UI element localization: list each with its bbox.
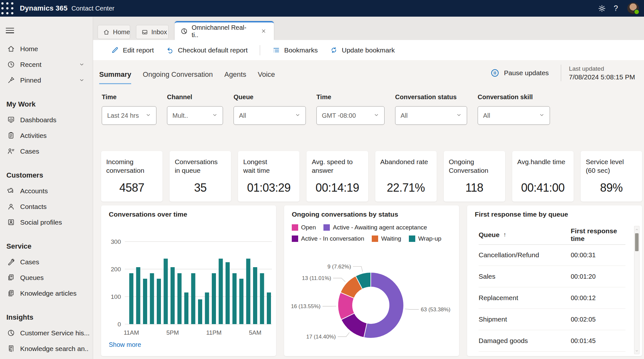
sidebar-item-activities[interactable]: Activities xyxy=(0,128,93,143)
queue-cell: Damaged goods xyxy=(479,337,571,345)
chevron-down-icon xyxy=(456,112,462,119)
bar xyxy=(253,267,257,324)
bar xyxy=(150,273,154,324)
scrollbar-thumb[interactable] xyxy=(635,233,639,251)
sidebar-item-dashboards[interactable]: Dashboards xyxy=(0,112,93,128)
table-scrollbar[interactable] xyxy=(634,226,640,354)
pause-updates-button[interactable]: Pause updates xyxy=(490,68,549,77)
sidebar-item-customer-service-his[interactable]: Customer Service his... xyxy=(0,325,93,341)
user-avatar[interactable] xyxy=(627,3,639,14)
sidebar-item-accounts[interactable]: Accounts xyxy=(0,183,93,199)
column-header-first-response-time[interactable]: First response time xyxy=(571,227,625,243)
update-bookmark-button[interactable]: Update bookmark xyxy=(330,46,395,54)
sidebar-nav: HomeRecentPinnedMy WorkDashboardsActivit… xyxy=(0,41,93,359)
kpi-value: 00:41:00 xyxy=(512,181,574,195)
bar xyxy=(205,292,209,324)
sidebar-item-knowledge-articles[interactable]: Knowledge articles xyxy=(0,285,93,301)
sidebar-item-cases[interactable]: Cases xyxy=(0,254,93,270)
first-response-time-card: First response time by queue Queue ↑ Fir… xyxy=(467,205,642,356)
donut-callout-label: 17 (14.40%) xyxy=(306,334,336,340)
sidebar-item-label: Contacts xyxy=(20,203,84,211)
column-header-queue[interactable]: Queue ↑ xyxy=(479,231,571,239)
sidebar-item-recent[interactable]: Recent xyxy=(0,57,93,72)
chevron-down-icon xyxy=(539,112,545,119)
checkout-default-report-button[interactable]: Checkout default report xyxy=(166,46,248,54)
bar xyxy=(164,259,168,324)
person-badge-icon xyxy=(7,218,15,226)
last-updated-value: 7/08/2024 5:08:15 PM xyxy=(569,73,635,81)
legend-item: Active - Awaiting agent acceptance xyxy=(323,224,427,231)
tab-home[interactable]: Home xyxy=(98,25,130,39)
sidebar-item-label: Home xyxy=(20,45,84,53)
visual-card-row: Conversations over time 010020030011AM5P… xyxy=(101,205,642,356)
main-area: HomeInboxOmnichannel Real-ti.. Edit repo… xyxy=(93,17,644,359)
bar xyxy=(219,259,223,324)
sidebar-item-cases[interactable]: Cases xyxy=(0,143,93,159)
waffle-icon[interactable] xyxy=(0,0,15,17)
report-tab-voice[interactable]: Voice xyxy=(258,67,275,84)
tab-label: Home xyxy=(113,28,130,36)
bookmarks-button[interactable]: Bookmarks xyxy=(272,46,318,54)
first-response-time-cell: 00:01:45 xyxy=(571,337,625,345)
scroll-down-icon[interactable] xyxy=(634,348,639,353)
sidebar-item-queues[interactable]: Queues xyxy=(0,270,93,285)
last-updated: Last updated 7/08/2024 5:08:15 PM xyxy=(569,65,635,81)
sidebar-item-knowledge-search-an[interactable]: Knowledge search an.. xyxy=(0,341,93,356)
legend-label: Waiting xyxy=(381,235,401,242)
sidebar-item-label: Cases xyxy=(20,148,84,155)
chevron-down-icon xyxy=(146,112,151,119)
kpi-card: Avg.handle time00:41:00 xyxy=(512,151,574,202)
hamburger-menu-icon[interactable] xyxy=(6,26,14,33)
filter-dropdown[interactable]: Mult.. xyxy=(167,106,223,125)
report-tab-ongoing-conversation[interactable]: Ongoing Conversation xyxy=(143,67,213,84)
sidebar-item-home[interactable]: Home xyxy=(0,41,93,57)
filter-dropdown[interactable]: All xyxy=(395,106,467,125)
report-tab-summary[interactable]: Summary xyxy=(99,67,131,84)
chevron-down-icon xyxy=(374,112,379,119)
bar xyxy=(129,273,133,324)
filter-dropdown[interactable]: Last 24 hrs xyxy=(102,106,156,125)
kpi-card: OngoingConversation118 xyxy=(444,151,505,202)
sidebar-item-label: Accounts xyxy=(20,187,84,195)
presence-dot-icon xyxy=(634,9,640,15)
scroll-up-icon[interactable] xyxy=(634,227,639,232)
sidebar-item-omnichannel-histori[interactable]: Omnichannel histori.. xyxy=(0,356,93,359)
edit-report-button[interactable]: Edit report xyxy=(111,46,154,54)
help-icon[interactable]: ? xyxy=(609,0,623,17)
filter-dropdown[interactable]: All xyxy=(234,106,306,125)
kpi-title: Incomingconversation xyxy=(106,157,157,175)
queue-cell: Replacement xyxy=(479,294,571,302)
sidebar-item-label: Activities xyxy=(20,132,84,140)
conversations-over-time-card: Conversations over time 010020030011AM5P… xyxy=(101,205,276,356)
pencil-icon xyxy=(111,46,119,54)
settings-gear-icon[interactable] xyxy=(595,0,609,17)
inbox-icon xyxy=(141,29,148,36)
filter-channel: ChannelMult.. xyxy=(167,93,223,125)
tab-omnichannel-real-ti[interactable]: Omnichannel Real-ti.. xyxy=(175,21,274,40)
chevron-down-icon xyxy=(79,62,84,67)
chart-title: Ongoing conversations by status xyxy=(292,211,398,218)
report-tab-agents[interactable]: Agents xyxy=(224,67,246,84)
tab-label: Omnichannel Real-ti.. xyxy=(192,24,253,39)
bar xyxy=(226,262,230,324)
table-header: Queue ↑ First response time xyxy=(479,225,625,245)
queue-cell: Cancellation/Refund xyxy=(479,251,571,259)
filter-dropdown[interactable]: All xyxy=(478,106,550,125)
svg-text:5PM: 5PM xyxy=(166,329,179,336)
kpi-title: Longestwait time xyxy=(243,157,294,175)
donut-callout-label: 63 (53.38%) xyxy=(421,307,450,313)
tab-inbox[interactable]: Inbox xyxy=(136,25,169,39)
sidebar-item-label: Knowledge articles xyxy=(20,290,84,297)
sidebar-item-pinned[interactable]: Pinned xyxy=(0,72,93,88)
donut-callout-label: 16 (13.55%) xyxy=(291,303,321,309)
donut-callout-label: 9 (7.62%) xyxy=(328,264,351,270)
bar xyxy=(191,273,195,324)
show-more-link[interactable]: Show more xyxy=(109,341,141,348)
legend-item: Open xyxy=(292,224,316,231)
sidebar-item-contacts[interactable]: Contacts xyxy=(0,199,93,214)
sidebar-item-social-profiles[interactable]: Social profiles xyxy=(0,214,93,230)
bar xyxy=(171,267,175,324)
kpi-card: Avg. speed toanswer00:14:19 xyxy=(306,151,368,202)
filter-dropdown[interactable]: GMT -08:00 xyxy=(316,106,385,125)
close-icon[interactable] xyxy=(261,28,268,35)
